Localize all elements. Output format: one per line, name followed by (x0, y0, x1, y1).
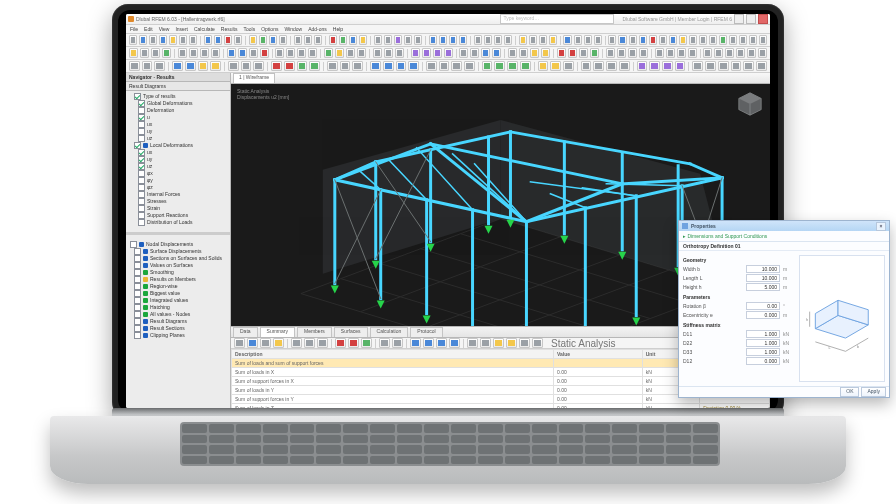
toolbar-button[interactable] (178, 48, 187, 58)
toolbar-button[interactable] (639, 48, 648, 58)
toolbar-button[interactable] (414, 35, 422, 45)
tree-item[interactable]: Region-wise (128, 283, 228, 290)
toolbar-button[interactable] (736, 48, 745, 58)
toolbar-button[interactable] (228, 61, 239, 71)
tree-item[interactable]: uy (128, 128, 228, 135)
toolbar-button[interactable] (408, 61, 419, 71)
toolbar-button[interactable] (392, 338, 403, 348)
toolbar-button[interactable] (253, 61, 264, 71)
tree-item[interactable]: Local Deformations (128, 142, 228, 149)
view-cube[interactable] (736, 90, 764, 118)
toolbar-button[interactable] (689, 35, 697, 45)
toolbar-button[interactable] (297, 61, 308, 71)
display-tree[interactable]: Nodal DisplacementsSurface Displacements… (126, 239, 230, 341)
toolbar-button[interactable] (606, 61, 617, 71)
toolbar-button[interactable] (449, 35, 457, 45)
toolbar-button[interactable] (714, 48, 723, 58)
toolbar-button[interactable] (637, 61, 648, 71)
toolbar-button[interactable] (374, 35, 382, 45)
checkbox[interactable] (134, 318, 141, 325)
menu-options[interactable]: Options (261, 26, 278, 32)
field-input[interactable]: 10.000 (746, 265, 780, 273)
checkbox[interactable] (134, 248, 141, 255)
toolbar-button[interactable] (159, 35, 167, 45)
field-input[interactable]: 10.000 (746, 274, 780, 282)
results-tab-protocol[interactable]: Protocol (410, 327, 442, 337)
field-input[interactable]: 5.000 (746, 283, 780, 291)
tree-item[interactable]: uz (128, 135, 228, 142)
checkbox[interactable] (134, 325, 141, 332)
toolbar-button[interactable] (189, 35, 197, 45)
checkbox[interactable] (138, 135, 145, 142)
toolbar-button[interactable] (234, 338, 245, 348)
checkbox[interactable] (134, 262, 141, 269)
toolbar-button[interactable] (655, 48, 664, 58)
toolbar-button[interactable] (394, 35, 402, 45)
checkbox[interactable] (134, 297, 141, 304)
tree-item[interactable]: φx (128, 170, 228, 177)
checkbox[interactable] (138, 212, 145, 219)
toolbar-button[interactable] (507, 61, 518, 71)
tree-item[interactable]: Result Diagrams (128, 318, 228, 325)
toolbar-button[interactable] (279, 35, 287, 45)
tree-item[interactable]: Distribution of Loads (128, 219, 228, 226)
toolbar-button[interactable] (426, 61, 437, 71)
tree-item[interactable]: uz (128, 163, 228, 170)
toolbar-button[interactable] (384, 48, 393, 58)
splitter[interactable] (126, 232, 230, 235)
toolbar-button[interactable] (335, 338, 346, 348)
toolbar-button[interactable] (169, 35, 177, 45)
checkbox[interactable] (138, 219, 145, 226)
toolbar-button[interactable] (271, 61, 282, 71)
toolbar-button[interactable] (494, 35, 502, 45)
toolbar-button[interactable] (703, 48, 712, 58)
field-input[interactable]: 1.000 (746, 330, 780, 338)
checkbox[interactable] (138, 100, 145, 107)
toolbar-button[interactable] (590, 48, 599, 58)
results-tree[interactable]: Type of resultsGlobal DeformationsDeform… (126, 91, 230, 228)
field-input[interactable]: 1.000 (746, 339, 780, 347)
tree-item[interactable]: Internal Forces (128, 191, 228, 198)
toolbar-row-3[interactable] (126, 60, 770, 73)
tree-item[interactable]: ux (128, 149, 228, 156)
tree-item[interactable]: Results on Members (128, 276, 228, 283)
toolbar-button[interactable] (470, 48, 479, 58)
toolbar-button[interactable] (666, 48, 675, 58)
field-input[interactable]: 0.000 (746, 311, 780, 319)
checkbox[interactable] (138, 156, 145, 163)
toolbar-button[interactable] (200, 48, 209, 58)
toolbar-button[interactable] (204, 35, 212, 45)
toolbar-button[interactable] (404, 35, 412, 45)
toolbar-button[interactable] (359, 35, 367, 45)
toolbar-button[interactable] (444, 48, 453, 58)
toolbar-button[interactable] (749, 35, 757, 45)
toolbar-button[interactable] (422, 48, 431, 58)
menu-tools[interactable]: Tools (244, 26, 256, 32)
toolbar-button[interactable] (699, 35, 707, 45)
toolbar-button[interactable] (481, 48, 490, 58)
toolbar-button[interactable] (294, 35, 302, 45)
checkbox[interactable] (134, 269, 141, 276)
results-tab-data[interactable]: Data (233, 327, 258, 337)
toolbar-button[interactable] (725, 48, 734, 58)
toolbar-button[interactable] (227, 48, 236, 58)
toolbar-button[interactable] (291, 338, 302, 348)
toolbar-button[interactable] (464, 61, 475, 71)
toolbar-button[interactable] (329, 35, 337, 45)
toolbar-button[interactable] (759, 35, 767, 45)
toolbar-button[interactable] (140, 48, 149, 58)
toolbar-button[interactable] (189, 48, 198, 58)
toolbar-button[interactable] (439, 35, 447, 45)
toolbar-button[interactable] (154, 61, 165, 71)
toolbar-button[interactable] (618, 35, 626, 45)
toolbar-button[interactable] (439, 61, 450, 71)
tree-item[interactable]: Surface Displacements (128, 248, 228, 255)
toolbar-button[interactable] (275, 48, 284, 58)
toolbar-button[interactable] (563, 35, 571, 45)
toolbar-button[interactable] (352, 61, 363, 71)
toolbar-button[interactable] (574, 35, 582, 45)
toolbar-button[interactable] (224, 35, 232, 45)
toolbar-button[interactable] (396, 61, 407, 71)
tree-item[interactable]: φz (128, 184, 228, 191)
checkbox[interactable] (138, 205, 145, 212)
